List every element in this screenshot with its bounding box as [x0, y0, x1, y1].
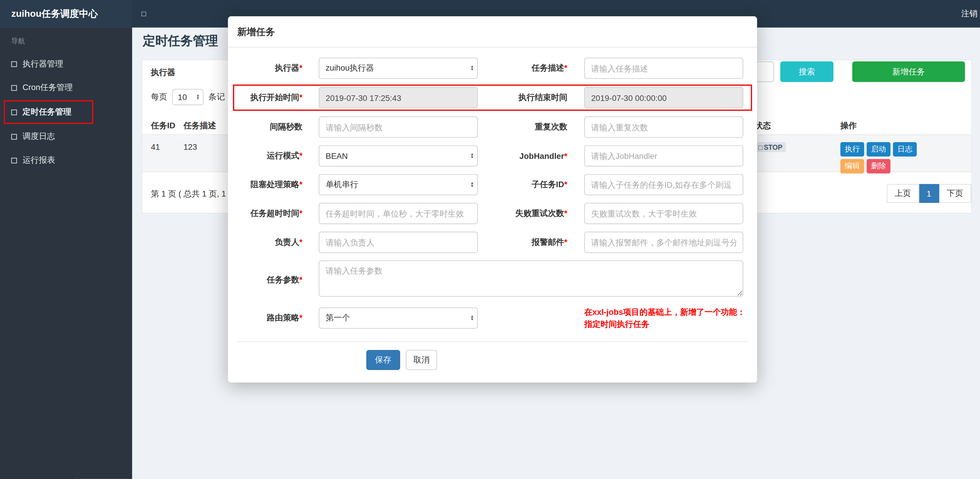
sidebar-item-label: 调度日志	[23, 131, 55, 142]
cell-task-id: 41	[142, 142, 183, 151]
sidebar-toggle-icon[interactable]: □	[142, 10, 146, 18]
alarm-email-input[interactable]	[584, 232, 743, 253]
executor-label: 执行器*	[237, 63, 302, 74]
task-desc-label: 任务描述*	[478, 63, 567, 74]
select-arrows-icon: ▲▼	[470, 153, 474, 159]
per-page-prefix: 每页	[151, 92, 167, 103]
add-task-button[interactable]: 新增任务	[852, 62, 965, 82]
sidebar: 导航 执行器管理 Cron任务管理 定时任务管理 调度日志 运行报表	[0, 28, 132, 479]
col-header-task-id: 任务ID	[142, 120, 183, 131]
alarm-email-label: 报警邮件*	[478, 237, 567, 248]
child-task-label: 子任务ID*	[478, 179, 567, 190]
sidebar-item-label: 执行器管理	[23, 58, 63, 70]
annotation-red-box: 执行开始时间* 执行结束时间	[233, 84, 752, 111]
start-time-label: 执行开始时间*	[237, 92, 302, 103]
navbar-right: 注销	[961, 8, 980, 19]
block-strategy-select[interactable]: 单机串行 ▲▼	[319, 174, 478, 195]
end-time-input[interactable]	[584, 87, 743, 108]
route-strategy-select[interactable]: 第一个 ▲▼	[319, 307, 478, 329]
select-arrows-icon: ▲▼	[196, 94, 200, 100]
sidebar-item-dispatch-log[interactable]: 调度日志	[0, 124, 132, 148]
status-text: STOP	[764, 143, 782, 151]
owner-input[interactable]	[319, 232, 478, 253]
block-strategy-select-value: 单机串行	[326, 179, 358, 190]
executor-select[interactable]: zuihou执行器 ▲▼	[319, 58, 478, 79]
feature-note-line2: 指定时间执行任务	[584, 318, 746, 330]
executor-mgmt-icon	[11, 61, 17, 67]
logout-link[interactable]: 注销	[961, 9, 977, 18]
interval-label: 间隔秒数	[237, 121, 302, 133]
col-header-status: 状态	[754, 120, 840, 131]
sidebar-section-label: 导航	[0, 28, 132, 52]
prev-page-button[interactable]: 上页	[886, 184, 919, 203]
feature-note: 在xxl-jobs项目的基础上，新增了一个功能： 指定时间执行任务	[584, 306, 746, 330]
sidebar-item-label: 运行报表	[23, 155, 55, 166]
task-desc-input[interactable]	[584, 58, 743, 79]
executor-select-value: zuihou执行器	[326, 63, 374, 74]
repeat-input[interactable]	[584, 116, 743, 138]
status-badge: □ STOP	[754, 142, 786, 152]
search-button[interactable]: 搜索	[780, 62, 834, 82]
status-stop-icon: □	[758, 143, 762, 151]
sidebar-item-run-report[interactable]: 运行报表	[0, 148, 132, 172]
retry-input[interactable]	[584, 203, 743, 224]
executor-filter-label: 执行器	[151, 67, 175, 78]
run-mode-label: 运行模式*	[237, 150, 302, 162]
save-button[interactable]: 保存	[366, 350, 400, 370]
jobhandler-input[interactable]	[584, 145, 743, 167]
app-brand: zuihou任务调度中心	[0, 0, 132, 28]
feature-note-line1: 在xxl-jobs项目的基础上，新增了一个功能：	[584, 306, 746, 318]
interval-input[interactable]	[319, 116, 478, 138]
route-strategy-select-value: 第一个	[326, 312, 350, 324]
owner-label: 负责人*	[237, 237, 302, 248]
jobhandler-label: JobHandler*	[478, 151, 567, 161]
cell-ops: 执行 启动 日志 编辑 删除	[840, 142, 972, 173]
app-screen: zuihou任务调度中心 □ 注销 导航 执行器管理 Cron任务管理 定时任务…	[0, 0, 980, 479]
start-button[interactable]: 启动	[867, 142, 891, 156]
sidebar-item-cron-mgmt[interactable]: Cron任务管理	[0, 76, 132, 99]
repeat-label: 重复次数	[478, 121, 567, 133]
block-strategy-label: 阻塞处理策略*	[237, 179, 302, 190]
route-strategy-label: 路由策略*	[237, 312, 302, 324]
edit-button[interactable]: 编辑	[840, 159, 864, 173]
per-page-control: 每页 10 ▲▼ 条记	[151, 89, 225, 105]
sidebar-item-label: Cron任务管理	[23, 82, 73, 93]
child-task-input[interactable]	[584, 174, 743, 195]
modal-title: 新增任务	[237, 26, 275, 37]
sidebar-item-label: 定时任务管理	[23, 107, 72, 118]
execute-button[interactable]: 执行	[840, 142, 864, 156]
cron-mgmt-icon	[11, 85, 17, 90]
run-mode-select-value: BEAN	[326, 151, 348, 161]
page-1-button[interactable]: 1	[919, 184, 939, 203]
select-arrows-icon: ▲▼	[470, 65, 474, 71]
per-page-select[interactable]: 10 ▲▼	[172, 89, 204, 105]
timeout-input[interactable]	[319, 203, 478, 224]
cancel-button[interactable]: 取消	[406, 350, 437, 370]
modal-body: 执行器* zuihou执行器 ▲▼ 任务描述* 执行开始时间*	[228, 48, 757, 370]
pagination-summary: 第 1 页 ( 总共 1 页, 1	[151, 188, 226, 199]
sidebar-item-executor-mgmt[interactable]: 执行器管理	[0, 52, 132, 76]
next-page-button[interactable]: 下页	[939, 184, 972, 203]
select-arrows-icon: ▲▼	[470, 181, 474, 188]
add-task-modal: 新增任务 执行器* zuihou执行器 ▲▼ 任务描述*	[228, 16, 757, 382]
select-arrows-icon: ▲▼	[470, 315, 474, 321]
dispatch-log-icon	[11, 134, 17, 139]
col-header-ops: 操作	[840, 120, 972, 131]
per-page-value: 10	[178, 92, 187, 102]
timeout-label: 任务超时时间*	[237, 208, 302, 219]
scheduled-task-mgmt-icon	[11, 109, 17, 115]
retry-label: 失败重试次数*	[478, 208, 567, 219]
per-page-suffix: 条记	[208, 92, 225, 103]
log-button[interactable]: 日志	[893, 142, 917, 156]
run-mode-select[interactable]: BEAN ▲▼	[319, 145, 478, 167]
sidebar-item-scheduled-task-mgmt[interactable]: 定时任务管理	[4, 100, 93, 124]
modal-footer: 保存 取消	[237, 342, 748, 370]
task-params-label: 任务参数*	[237, 274, 302, 285]
task-params-textarea[interactable]	[319, 260, 743, 297]
delete-button[interactable]: 删除	[867, 159, 891, 173]
start-time-input[interactable]	[319, 87, 478, 108]
end-time-label: 执行结束时间	[478, 92, 567, 103]
modal-header: 新增任务	[228, 16, 757, 48]
cell-status: □ STOP	[754, 142, 840, 152]
pagination: 上页 1 下页	[886, 184, 971, 203]
